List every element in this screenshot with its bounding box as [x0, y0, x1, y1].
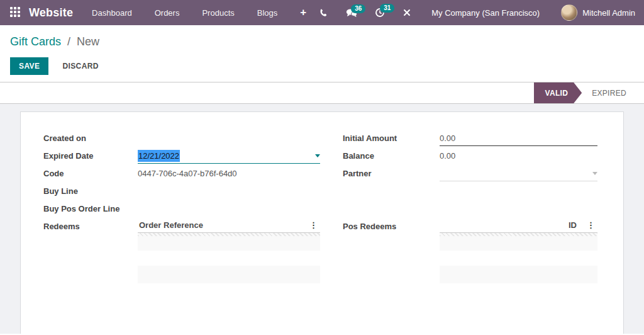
balance-value: 0.00 [440, 150, 597, 162]
pos-redeems-row-empty [440, 266, 597, 283]
phone-icon[interactable] [313, 6, 335, 20]
form-sheet: Created on Expired Date 12/21/2022 Code … [20, 111, 624, 334]
user-menu[interactable]: Mitchell Admin [561, 4, 635, 21]
balance-label: Balance [343, 150, 440, 162]
field-partner: Partner [343, 168, 597, 185]
user-avatar [561, 4, 577, 21]
pos-redeems-label: Pos Redeems [343, 220, 440, 232]
company-switcher[interactable]: My Company (San Francisco) [431, 8, 540, 18]
expired-date-label: Expired Date [43, 150, 138, 162]
pos-redeems-row-empty [440, 233, 597, 251]
main-menu: Dashboard Orders Products Blogs [92, 8, 277, 18]
field-expired-date: Expired Date 12/21/2022 [43, 150, 320, 168]
field-redeems: Redeems Order Reference ⋮ [43, 220, 320, 283]
pos-redeems-row-gap [440, 251, 597, 266]
field-balance: Balance 0.00 [343, 150, 597, 168]
save-button[interactable]: SAVE [10, 57, 48, 75]
redeems-table: Order Reference ⋮ [138, 220, 320, 283]
datepicker-caret-icon[interactable] [315, 154, 320, 157]
form-column-right: Initial Amount 0.00 Balance 0.00 Partner [343, 132, 597, 283]
messages-icon[interactable]: 36 [340, 6, 364, 20]
field-code: Code 0447-706c-4a07-b76f-64d0 [43, 168, 320, 185]
navbar-systray: 36 31 My Company (San Francisco) Mitchel… [313, 4, 635, 21]
user-name: Mitchell Admin [582, 8, 635, 18]
partner-dropdown-caret-icon[interactable] [592, 172, 597, 175]
field-buy-line: Buy Line [43, 185, 320, 203]
menu-item-products[interactable]: Products [202, 8, 234, 18]
buy-pos-order-line-label: Buy Pos Order Line [43, 203, 138, 215]
partner-input[interactable] [440, 168, 597, 181]
redeems-row-empty [138, 266, 320, 283]
code-value: 0447-706c-4a07-b76f-64d0 [138, 168, 320, 179]
breadcrumb-gift-cards[interactable]: Gift Cards [10, 35, 61, 48]
discard-button[interactable]: DISCARD [55, 57, 106, 75]
field-created-on: Created on [43, 132, 320, 150]
partner-label: Partner [343, 168, 440, 179]
control-panel: Gift Cards / New SAVE DISCARD [0, 25, 644, 82]
breadcrumb-current: New [77, 35, 99, 48]
expired-date-input[interactable]: 12/21/2022 [138, 150, 320, 164]
form-content: Created on Expired Date 12/21/2022 Code … [0, 104, 644, 334]
plus-icon[interactable]: + [300, 6, 306, 19]
redeems-options-icon[interactable]: ⋮ [309, 221, 318, 230]
status-expired[interactable]: EXPIRED [582, 82, 635, 103]
initial-amount-label: Initial Amount [343, 132, 440, 144]
menu-item-blogs[interactable]: Blogs [257, 8, 278, 18]
activities-badge: 31 [380, 4, 394, 13]
breadcrumb-separator: / [67, 35, 70, 48]
pos-redeems-options-icon[interactable]: ⋮ [587, 221, 595, 230]
created-on-label: Created on [43, 132, 138, 144]
redeems-label: Redeems [43, 220, 138, 232]
status-valid[interactable]: VALID [534, 82, 582, 103]
field-buy-pos-order-line: Buy Pos Order Line [43, 203, 320, 220]
tools-icon[interactable] [396, 6, 418, 20]
menu-item-dashboard[interactable]: Dashboard [92, 8, 132, 18]
expired-date-selected-text: 12/21/2022 [138, 150, 180, 162]
field-initial-amount: Initial Amount 0.00 [343, 132, 597, 150]
spacer [343, 203, 597, 220]
messages-badge: 36 [351, 4, 365, 13]
buy-line-label: Buy Line [43, 185, 138, 197]
form-column-left: Created on Expired Date 12/21/2022 Code … [43, 132, 320, 283]
top-navbar: Website Dashboard Orders Products Blogs … [0, 0, 644, 25]
menu-item-orders[interactable]: Orders [155, 8, 180, 18]
pos-redeems-column-id[interactable]: ID [569, 220, 577, 230]
activities-icon[interactable]: 31 [369, 5, 391, 20]
action-buttons: SAVE DISCARD [10, 57, 634, 75]
apps-menu-icon[interactable] [10, 7, 21, 18]
code-label: Code [43, 168, 138, 179]
spacer [343, 185, 597, 203]
pos-redeems-table: ID ⋮ [440, 220, 597, 283]
redeems-row-gap [138, 251, 320, 266]
initial-amount-input[interactable]: 0.00 [440, 132, 597, 146]
field-pos-redeems: Pos Redeems ID ⋮ [343, 220, 597, 283]
statusbar: VALID EXPIRED [0, 82, 644, 104]
redeems-row-empty [138, 233, 320, 251]
redeems-column-order-reference[interactable]: Order Reference [139, 220, 203, 230]
breadcrumb: Gift Cards / New [10, 33, 634, 50]
app-title[interactable]: Website [29, 6, 73, 20]
